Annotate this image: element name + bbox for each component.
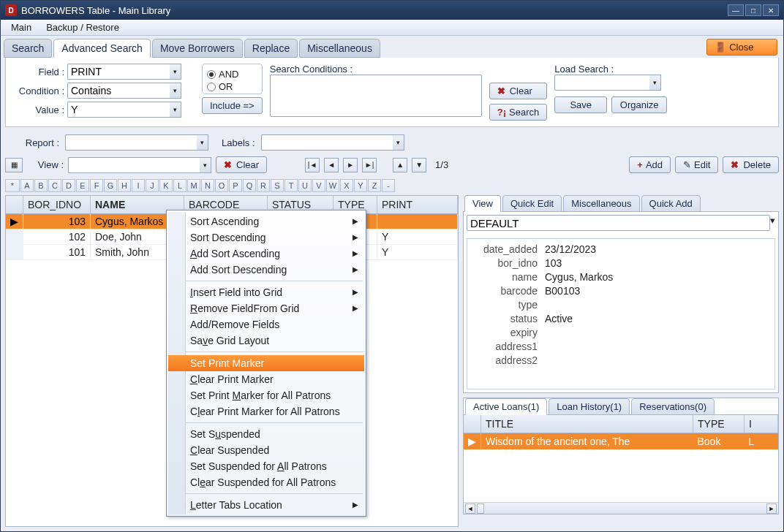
radio-and[interactable]: AND bbox=[207, 69, 257, 80]
context-menu-item[interactable]: Set Print Marker bbox=[168, 355, 364, 371]
letter-A[interactable]: A bbox=[20, 179, 34, 192]
context-menu-item[interactable]: Add Sort Ascending▶ bbox=[168, 246, 364, 262]
grid-layout-icon[interactable]: ▦ bbox=[5, 158, 23, 172]
menu-main[interactable]: Main bbox=[4, 20, 39, 34]
add-button[interactable]: +Add bbox=[629, 156, 671, 173]
context-menu-item[interactable]: Clear Suspended bbox=[168, 442, 364, 458]
context-menu-item[interactable]: Clear Print Marker bbox=[168, 371, 364, 387]
chevron-down-icon[interactable]: ▾ bbox=[200, 157, 211, 173]
chevron-down-icon[interactable]: ▾ bbox=[770, 215, 775, 232]
letter-*[interactable]: * bbox=[5, 179, 20, 192]
letter-I[interactable]: I bbox=[132, 179, 145, 192]
tab-quick-add[interactable]: Quick Add bbox=[641, 195, 701, 212]
col-loan-i[interactable]: I bbox=[745, 415, 778, 433]
letter-E[interactable]: E bbox=[76, 179, 89, 192]
edit-button[interactable]: ✎Edit bbox=[675, 156, 718, 173]
letter-G[interactable]: G bbox=[104, 179, 117, 192]
minimize-button[interactable]: — bbox=[728, 4, 744, 16]
scroll-right-icon[interactable]: ► bbox=[766, 503, 777, 514]
chevron-down-icon[interactable]: ▾ bbox=[170, 64, 181, 80]
chevron-down-icon[interactable]: ▾ bbox=[649, 75, 661, 91]
letter-L[interactable]: L bbox=[173, 179, 186, 192]
loans-grid[interactable]: TITLE TYPE I ▶Wisdom of the ancient one,… bbox=[464, 415, 778, 502]
scroll-thumb[interactable] bbox=[477, 503, 484, 514]
context-menu-item[interactable]: Insert Field into Grid▶ bbox=[168, 284, 364, 300]
letter-P[interactable]: P bbox=[229, 179, 242, 192]
context-menu-item[interactable]: Remove FieldFrom Grid▶ bbox=[168, 300, 364, 316]
loan-scrollbar[interactable]: ◄ ► bbox=[464, 502, 778, 514]
report-combo[interactable] bbox=[65, 134, 197, 151]
table-row[interactable]: ▶Wisdom of the ancient one, TheBookL bbox=[464, 433, 778, 450]
nav-prev-button[interactable]: ◄ bbox=[324, 158, 339, 172]
context-menu-item[interactable]: Clear Suspended for All Patrons bbox=[168, 474, 364, 490]
letter-B[interactable]: B bbox=[34, 179, 48, 192]
nav-next-button[interactable]: ► bbox=[343, 158, 358, 172]
letter-H[interactable]: H bbox=[118, 179, 131, 192]
scroll-left-icon[interactable]: ◄ bbox=[465, 503, 475, 514]
context-menu-item[interactable]: Sort Descending▶ bbox=[168, 229, 364, 246]
field-combo[interactable] bbox=[67, 64, 170, 80]
tab-miscellaneous[interactable]: Miscellaneous bbox=[299, 39, 380, 58]
letter-O[interactable]: O bbox=[215, 179, 228, 192]
letter-V[interactable]: V bbox=[312, 179, 325, 192]
value-input[interactable] bbox=[67, 102, 170, 118]
col-loan-type[interactable]: TYPE bbox=[693, 415, 745, 433]
letter-M[interactable]: M bbox=[187, 179, 200, 192]
context-menu-item[interactable]: Add Sort Descending▶ bbox=[168, 262, 364, 278]
menu-backup-restore[interactable]: Backup / Restore bbox=[39, 20, 127, 34]
nav-last-button[interactable]: ►| bbox=[362, 158, 377, 172]
tab-replace[interactable]: Replace bbox=[244, 39, 298, 58]
nav-first-button[interactable]: |◄ bbox=[305, 158, 320, 172]
context-menu-item[interactable]: Add/Remove Fields bbox=[168, 316, 364, 332]
tab-search[interactable]: Search bbox=[4, 39, 52, 58]
letter-D[interactable]: D bbox=[62, 179, 75, 192]
chevron-down-icon[interactable]: ▾ bbox=[197, 134, 208, 151]
delete-button[interactable]: ✖Delete bbox=[723, 156, 779, 173]
details-header-combo[interactable] bbox=[467, 215, 770, 231]
organize-button[interactable]: Organize bbox=[611, 96, 667, 113]
col-print[interactable]: PRINT bbox=[377, 196, 458, 214]
labels-combo[interactable] bbox=[261, 134, 393, 151]
tab-misc[interactable]: Miscellaneous bbox=[563, 195, 639, 212]
tab-view[interactable]: View bbox=[464, 195, 501, 212]
letter-N[interactable]: N bbox=[201, 179, 214, 192]
tab-active-loans[interactable]: Active Loans(1) bbox=[465, 398, 547, 415]
letter-R[interactable]: R bbox=[257, 179, 270, 192]
context-menu-item[interactable]: Set Print Marker for All Patrons bbox=[168, 387, 364, 403]
context-menu-item[interactable]: Set Suspended bbox=[168, 426, 364, 442]
close-window-button[interactable]: ✕ bbox=[763, 4, 779, 16]
col-bor-idno[interactable]: BOR_IDNO bbox=[23, 196, 91, 214]
context-menu-item[interactable]: Letter Tabs Location▶ bbox=[168, 497, 364, 513]
letter-X[interactable]: X bbox=[340, 179, 353, 192]
letter-F[interactable]: F bbox=[90, 179, 103, 192]
maximize-button[interactable]: □ bbox=[745, 4, 761, 16]
condition-combo[interactable] bbox=[67, 83, 170, 99]
letter-Y[interactable]: Y bbox=[354, 179, 367, 192]
context-menu-item[interactable]: Sort Ascending▶ bbox=[168, 213, 364, 229]
move-down-button[interactable]: ▼ bbox=[412, 158, 426, 172]
search-conditions-text[interactable] bbox=[270, 75, 482, 117]
context-menu-item[interactable]: Save Grid Layout bbox=[168, 332, 364, 349]
close-button[interactable]: 🚪 Close bbox=[706, 39, 777, 56]
search-button[interactable]: ?¡ Search bbox=[489, 104, 547, 121]
letter-W[interactable]: W bbox=[326, 179, 339, 192]
letter--[interactable]: - bbox=[382, 179, 395, 192]
move-up-button[interactable]: ▲ bbox=[393, 158, 407, 172]
radio-or[interactable]: OR bbox=[207, 81, 257, 92]
letter-Z[interactable]: Z bbox=[368, 179, 381, 192]
include-button[interactable]: Include => bbox=[202, 97, 263, 114]
context-menu-item[interactable]: Clear Print Marker for All Patrons bbox=[168, 403, 364, 419]
letter-C[interactable]: C bbox=[48, 179, 61, 192]
tab-reservations[interactable]: Reservations(0) bbox=[631, 398, 715, 415]
tab-loan-history[interactable]: Loan History(1) bbox=[549, 398, 630, 415]
view-combo[interactable] bbox=[68, 157, 200, 173]
letter-Q[interactable]: Q bbox=[243, 179, 256, 192]
save-search-button[interactable]: Save bbox=[554, 96, 607, 113]
clear-conditions-button[interactable]: ✖ Clear bbox=[489, 83, 547, 99]
clear-view-button[interactable]: ✖Clear bbox=[216, 156, 267, 173]
letter-S[interactable]: S bbox=[271, 179, 284, 192]
col-loan-title[interactable]: TITLE bbox=[481, 415, 693, 433]
tab-move-borrowers[interactable]: Move Borrowers bbox=[152, 39, 243, 58]
chevron-down-icon[interactable]: ▾ bbox=[170, 83, 181, 99]
letter-U[interactable]: U bbox=[298, 179, 312, 192]
